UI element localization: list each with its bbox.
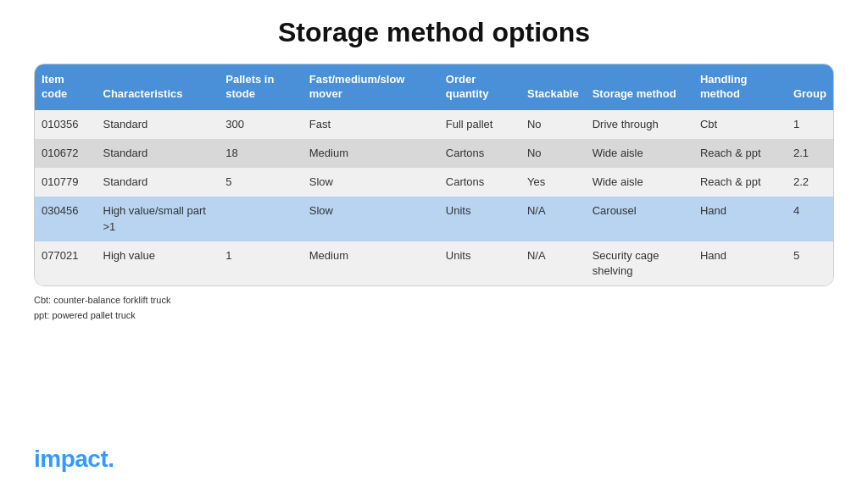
table-cell: Wide aisle bbox=[586, 168, 693, 197]
table-row: 030456High value/small part >1SlowUnitsN… bbox=[35, 197, 833, 241]
footnote-line: Cbt: counter-balance forklift truck bbox=[34, 293, 834, 308]
table-cell: Cbt bbox=[693, 110, 787, 139]
table-header-cell: Fast/medium/slow mover bbox=[303, 64, 439, 110]
table-cell: Standard bbox=[97, 110, 220, 139]
table-cell: Units bbox=[439, 241, 520, 286]
table-cell: 5 bbox=[219, 168, 302, 197]
table-cell: 030456 bbox=[35, 197, 97, 241]
table-cell: Standard bbox=[97, 168, 220, 197]
table-cell: 1 bbox=[787, 110, 833, 139]
table-cell: 300 bbox=[219, 110, 302, 139]
table-cell: No bbox=[520, 110, 586, 139]
footnote-line: ppt: powered pallet truck bbox=[34, 308, 834, 324]
table-cell: N/A bbox=[520, 241, 586, 286]
table-cell: No bbox=[520, 139, 586, 168]
table-header-cell: Order quantity bbox=[439, 64, 520, 110]
brand-logo: impact. bbox=[34, 446, 114, 473]
table-row: 077021High value1MediumUnitsN/ASecurity … bbox=[35, 241, 833, 286]
page-title: Storage method options bbox=[34, 17, 834, 48]
table-cell: 18 bbox=[219, 139, 302, 168]
table-cell: Cartons bbox=[439, 168, 520, 197]
table-cell: Cartons bbox=[439, 139, 520, 168]
storage-table: Item codeCharacteristicsPallets in stode… bbox=[35, 64, 833, 286]
table-cell: 010672 bbox=[35, 139, 97, 168]
table-cell: 5 bbox=[787, 241, 833, 286]
footnotes: Cbt: counter-balance forklift truckppt: … bbox=[34, 293, 834, 323]
table-cell: Drive through bbox=[586, 110, 693, 139]
table-cell: 4 bbox=[787, 197, 833, 241]
table-cell bbox=[219, 197, 302, 241]
table-header-row: Item codeCharacteristicsPallets in stode… bbox=[35, 64, 833, 110]
table-cell: Medium bbox=[303, 139, 439, 168]
table-cell: 010779 bbox=[35, 168, 97, 197]
table-cell: 2.1 bbox=[787, 139, 833, 168]
table-header-cell: Handling method bbox=[693, 64, 787, 110]
table-body: 010356Standard300FastFull palletNoDrive … bbox=[35, 110, 833, 286]
table-cell: Medium bbox=[303, 241, 439, 286]
table-cell: 010356 bbox=[35, 110, 97, 139]
table-cell: Units bbox=[439, 197, 520, 241]
table-cell: Slow bbox=[303, 168, 439, 197]
table-cell: Hand bbox=[693, 241, 787, 286]
table-cell: 1 bbox=[219, 241, 302, 286]
page-wrapper: Storage method options Item codeCharacte… bbox=[0, 0, 868, 488]
brand-text: impact. bbox=[34, 446, 114, 472]
table-cell: High value bbox=[97, 241, 220, 286]
table-container: Item codeCharacteristicsPallets in stode… bbox=[34, 64, 834, 286]
table-cell: Standard bbox=[97, 139, 220, 168]
table-cell: High value/small part >1 bbox=[97, 197, 220, 241]
table-cell: Yes bbox=[520, 168, 586, 197]
table-cell: Wide aisle bbox=[586, 139, 693, 168]
table-cell: 2.2 bbox=[787, 168, 833, 197]
table-header-cell: Storage method bbox=[586, 64, 693, 110]
table-header-cell: Stackable bbox=[520, 64, 586, 110]
table-cell: Security cage shelving bbox=[586, 241, 693, 286]
table-cell: 077021 bbox=[35, 241, 97, 286]
table-row: 010356Standard300FastFull palletNoDrive … bbox=[35, 110, 833, 139]
table-header-cell: Group bbox=[787, 64, 833, 110]
table-cell: Fast bbox=[303, 110, 439, 139]
table-cell: Slow bbox=[303, 197, 439, 241]
table-cell: Full pallet bbox=[439, 110, 520, 139]
table-cell: N/A bbox=[520, 197, 586, 241]
table-row: 010779Standard5SlowCartonsYesWide aisleR… bbox=[35, 168, 833, 197]
table-header-cell: Characteristics bbox=[97, 64, 220, 110]
table-cell: Carousel bbox=[586, 197, 693, 241]
table-header-cell: Item code bbox=[35, 64, 97, 110]
table-header-cell: Pallets in stode bbox=[219, 64, 302, 110]
table-cell: Reach & ppt bbox=[693, 139, 787, 168]
table-cell: Reach & ppt bbox=[693, 168, 787, 197]
table-cell: Hand bbox=[693, 197, 787, 241]
table-row: 010672Standard18MediumCartonsNoWide aisl… bbox=[35, 139, 833, 168]
